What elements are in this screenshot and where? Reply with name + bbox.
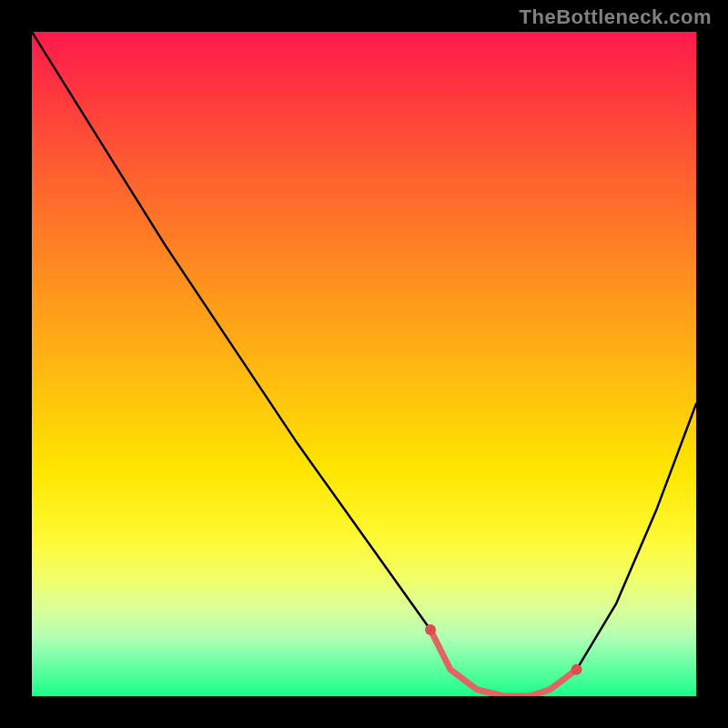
highlight-endpoint-dot [425, 624, 436, 635]
watermark-text: TheBottleneck.com [520, 5, 712, 29]
highlight-endpoint-dot [571, 664, 582, 675]
chart-container: TheBottleneck.com [0, 0, 728, 728]
highlight-segment [430, 630, 577, 696]
chart-overlay-svg [32, 32, 696, 696]
bottleneck-curve [32, 32, 696, 696]
